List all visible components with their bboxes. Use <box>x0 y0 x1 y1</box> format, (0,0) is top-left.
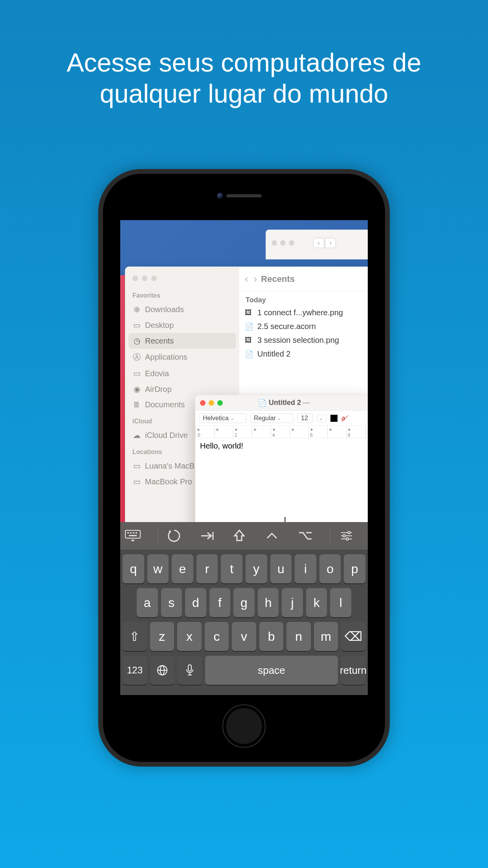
textedit-traffic-lights[interactable] <box>200 400 223 406</box>
key-l[interactable]: l <box>330 588 351 617</box>
textedit-ruler[interactable]: ▸ ▸ ▸ ▸ ▸ ▸ ▸ ▸ ▸ 0 2 4 6 8 10 <box>195 426 368 438</box>
ruler-tick: 4 <box>272 432 275 438</box>
finder-nav[interactable]: ‹› <box>245 273 257 285</box>
key-q[interactable]: q <box>123 554 144 583</box>
back-icon[interactable]: ‹ <box>245 273 248 285</box>
svg-rect-2 <box>130 532 132 533</box>
key-b[interactable]: b <box>259 622 284 651</box>
svg-rect-1 <box>127 532 129 533</box>
forward-icon[interactable]: › <box>254 273 257 285</box>
font-family-select[interactable]: Helvetica⌄ <box>199 414 246 423</box>
key-shift[interactable]: ⇧ <box>123 622 147 651</box>
textedit-titlebar: 📄 Untitled 2 — <box>195 395 368 411</box>
key-r[interactable]: r <box>196 554 218 583</box>
sidebar-item-downloads[interactable]: ⊕Downloads <box>125 302 239 317</box>
finder-traffic-lights[interactable] <box>125 273 239 287</box>
sidebar-item-label: Recents <box>145 337 174 346</box>
key-w[interactable]: w <box>147 554 169 583</box>
textedit-window[interactable]: 📄 Untitled 2 — Helvetica⌄ Regular⌄ 12 ⌄ … <box>195 395 368 522</box>
keyboard-row-1: q w e r t y u i o p <box>123 554 365 583</box>
key-f[interactable]: f <box>209 588 231 617</box>
file-row[interactable]: 🖼3 session selection.png <box>239 333 368 347</box>
screen: ‹ › Favorites ⊕Downloads ▭Desktop ◷Recen… <box>120 220 368 695</box>
key-x[interactable]: x <box>177 622 202 651</box>
sidebar-item-label: Documents <box>145 400 185 409</box>
escape-key-icon[interactable] <box>167 529 191 543</box>
laptop-icon: ▭ <box>132 461 141 471</box>
ruler-tick: 8 <box>348 432 350 438</box>
key-123[interactable]: 123 <box>123 656 147 685</box>
airdrop-icon: ◉ <box>132 384 141 394</box>
virtual-keyboard: q w e r t y u i o p a s d f g h <box>120 550 368 695</box>
key-d[interactable]: d <box>185 588 206 617</box>
control-key-icon[interactable] <box>265 531 288 541</box>
phone-bezel: ‹ › Favorites ⊕Downloads ▭Desktop ◷Recen… <box>103 174 385 762</box>
settings-icon[interactable] <box>339 530 363 541</box>
key-n[interactable]: n <box>286 622 311 651</box>
shift-key-icon[interactable] <box>232 529 256 543</box>
image-icon: 🖼 <box>245 309 253 317</box>
sidebar-item-label: Luana's MacB <box>145 462 194 471</box>
key-u[interactable]: u <box>270 554 292 583</box>
file-row[interactable]: 🖼1 connect f...ywhere.png <box>239 306 368 320</box>
document-text: Hello, world! <box>200 441 243 450</box>
key-v[interactable]: v <box>232 622 256 651</box>
document-icon: 🗎 <box>132 400 141 409</box>
home-button[interactable] <box>222 704 266 748</box>
sidebar-item-edovia[interactable]: ▭Edovia <box>125 366 239 381</box>
key-z[interactable]: z <box>150 622 174 651</box>
key-c[interactable]: c <box>205 622 229 651</box>
key-i[interactable]: i <box>295 554 316 583</box>
tab-key-icon[interactable] <box>200 530 223 541</box>
font-size-select[interactable]: 12 <box>297 414 313 423</box>
key-backspace[interactable]: ⌫ <box>341 622 365 651</box>
file-icon: 📄 <box>245 350 253 359</box>
sidebar-item-recents[interactable]: ◷Recents <box>128 333 236 349</box>
sidebar-item-label: Downloads <box>145 305 184 314</box>
font-style-value: Regular <box>254 415 276 422</box>
key-a[interactable]: a <box>137 588 158 617</box>
key-mic[interactable] <box>178 656 202 685</box>
font-size-value: 12 <box>301 415 308 422</box>
nav-back-forward[interactable]: ‹ › <box>313 238 336 248</box>
download-icon: ⊕ <box>132 305 141 314</box>
sidebar-item-desktop[interactable]: ▭Desktop <box>125 317 239 333</box>
file-row[interactable]: 📄2.5 secure.acorn <box>239 320 368 333</box>
file-icon: 📄 <box>245 322 253 331</box>
font-family-value: Helvetica <box>203 415 229 422</box>
clear-formatting-icon[interactable]: a <box>341 415 345 422</box>
keyboard-row-4: 123 space return <box>123 656 365 685</box>
finder-toolbar: ‹› Recents <box>239 267 368 291</box>
keyboard-toggle-icon[interactable] <box>125 530 149 542</box>
key-y[interactable]: y <box>246 554 267 583</box>
key-g[interactable]: g <box>233 588 255 617</box>
key-s[interactable]: s <box>161 588 182 617</box>
key-e[interactable]: e <box>172 554 193 583</box>
headline: Acesse seus computadores de qualquer lug… <box>0 47 488 109</box>
sidebar-item-label: Desktop <box>145 321 174 330</box>
option-key-icon[interactable] <box>297 530 321 541</box>
key-k[interactable]: k <box>306 588 327 617</box>
textedit-content[interactable]: Hello, world! I <box>195 438 368 522</box>
key-space[interactable]: space <box>205 656 338 685</box>
file-name: Untitled 2 <box>257 349 291 359</box>
key-o[interactable]: o <box>319 554 341 583</box>
sidebar-item-label: MacBook Pro <box>145 477 192 486</box>
svg-point-10 <box>343 535 345 537</box>
font-style-select[interactable]: Regular⌄ <box>250 414 294 423</box>
key-return[interactable]: return <box>341 656 365 685</box>
font-size-stepper[interactable]: ⌄ <box>317 414 327 422</box>
key-globe[interactable] <box>150 656 174 685</box>
sidebar-item-applications[interactable]: ⒶApplications <box>125 349 239 366</box>
svg-rect-0 <box>125 530 140 538</box>
key-t[interactable]: t <box>221 554 242 583</box>
sidebar-item-label: AirDrop <box>145 385 172 394</box>
svg-rect-5 <box>129 535 137 536</box>
file-row[interactable]: 📄Untitled 2 <box>239 347 368 361</box>
laptop-icon: ▭ <box>132 477 141 486</box>
key-j[interactable]: j <box>282 588 303 617</box>
key-h[interactable]: h <box>258 588 279 617</box>
text-color-swatch[interactable] <box>330 415 338 422</box>
key-p[interactable]: p <box>344 554 365 583</box>
key-m[interactable]: m <box>314 622 338 651</box>
